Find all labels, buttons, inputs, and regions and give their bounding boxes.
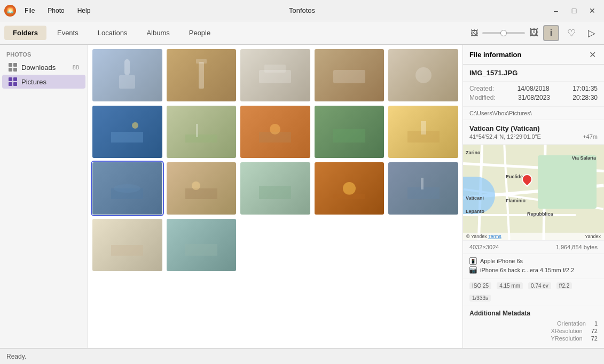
info-panel: File information ✕ IMG_1571.JPG Created:… bbox=[462, 45, 604, 348]
tab-locations[interactable]: Locations bbox=[89, 26, 136, 40]
svg-rect-8 bbox=[111, 132, 143, 143]
svg-rect-5 bbox=[264, 65, 286, 73]
svg-point-22 bbox=[343, 182, 356, 195]
camera-icon: 📷 bbox=[469, 266, 477, 274]
exif-shutter: 1/333s bbox=[469, 295, 491, 302]
close-button[interactable]: ✕ bbox=[585, 4, 600, 17]
tab-events[interactable]: Events bbox=[49, 26, 87, 40]
photo-item[interactable] bbox=[388, 106, 458, 158]
info-location: Vatican City (Vatican) 41°54'52.4"N, 12°… bbox=[463, 120, 604, 145]
info-meta: Created: 14/08/2018 17:01:35 Modified: 3… bbox=[463, 82, 604, 107]
svg-point-18 bbox=[114, 184, 140, 193]
svg-rect-14 bbox=[333, 129, 365, 143]
photo-item[interactable] bbox=[240, 49, 310, 101]
status-text: Ready. bbox=[6, 353, 26, 360]
photo-area[interactable] bbox=[88, 45, 462, 348]
photo-item[interactable] bbox=[167, 219, 237, 271]
zoom-thumb bbox=[500, 30, 507, 36]
modified-row: Modified: 31/08/2023 20:28:30 bbox=[469, 94, 598, 101]
photo-item[interactable] bbox=[315, 49, 385, 101]
device-info: 📱 Apple iPhone 6s 📷 iPhone 6s back c...e… bbox=[463, 254, 604, 279]
photo-item[interactable] bbox=[315, 162, 385, 215]
main-content: Photos Downloads 88 Pictures bbox=[0, 45, 604, 348]
svg-rect-6 bbox=[333, 70, 365, 83]
photo-item[interactable] bbox=[167, 162, 237, 215]
svg-point-13 bbox=[270, 124, 280, 134]
meta-orientation-value: 1 bbox=[594, 320, 598, 327]
map-container[interactable]: Zarino Via Salaria Euclide Flaminio Repu… bbox=[463, 145, 604, 241]
sidebar-item-downloads[interactable]: Downloads 88 bbox=[2, 60, 85, 74]
created-time: 17:01:35 bbox=[572, 85, 598, 92]
additional-meta-title: Additional Metadata bbox=[469, 310, 598, 317]
photo-item[interactable] bbox=[315, 106, 385, 158]
exif-fstop: f/2.2 bbox=[556, 282, 572, 289]
pictures-icon bbox=[9, 77, 17, 86]
phone-icon: 📱 bbox=[469, 257, 477, 265]
svg-rect-2 bbox=[199, 62, 204, 89]
photo-item[interactable] bbox=[167, 106, 237, 158]
slideshow-button[interactable]: ▷ bbox=[584, 25, 600, 41]
menu-photo[interactable]: Photo bbox=[45, 6, 66, 15]
modified-time: 20:28:30 bbox=[572, 94, 598, 101]
menu-file[interactable]: File bbox=[22, 6, 37, 15]
svg-rect-16 bbox=[421, 121, 426, 134]
app-icon: 🌅 bbox=[4, 5, 16, 17]
zoom-max-icon: 🖼 bbox=[529, 27, 539, 38]
camera-name: iPhone 6s back c...era 4.15mm f/2.2 bbox=[480, 267, 574, 273]
svg-rect-11 bbox=[196, 124, 198, 137]
photo-item[interactable] bbox=[388, 162, 458, 215]
exif-focal-length: 4.15 mm bbox=[497, 282, 523, 289]
map-pin bbox=[522, 174, 530, 185]
photo-item-selected[interactable] bbox=[92, 162, 162, 215]
photo-item[interactable] bbox=[92, 106, 162, 158]
photo-item[interactable] bbox=[167, 49, 237, 101]
info-button[interactable]: i bbox=[543, 25, 559, 41]
camera-name-row: 📷 iPhone 6s back c...era 4.15mm f/2.2 bbox=[469, 266, 598, 274]
info-panel-header: File information ✕ bbox=[463, 45, 604, 65]
svg-rect-10 bbox=[185, 134, 217, 143]
window-controls: – □ ✕ bbox=[548, 4, 600, 17]
maximize-button[interactable]: □ bbox=[567, 4, 582, 17]
svg-point-9 bbox=[132, 122, 138, 129]
meta-yresolution: YResolution 72 bbox=[469, 335, 598, 342]
photo-item[interactable] bbox=[240, 106, 310, 158]
sidebar-section-photos: Photos bbox=[0, 49, 88, 60]
zoom-slider[interactable] bbox=[482, 32, 525, 34]
titlebar: 🌅 File Photo Help Tonfotos – □ ✕ bbox=[0, 0, 604, 21]
info-filename: IMG_1571.JPG bbox=[463, 65, 604, 82]
svg-rect-19 bbox=[185, 188, 217, 199]
meta-xresolution: XResolution 72 bbox=[469, 328, 598, 334]
sidebar: Photos Downloads 88 Pictures bbox=[0, 45, 88, 348]
favorites-button[interactable]: ♡ bbox=[563, 25, 579, 41]
tab-folders[interactable]: Folders bbox=[4, 26, 46, 40]
svg-rect-21 bbox=[259, 186, 291, 199]
created-date: 14/08/2018 bbox=[517, 85, 550, 92]
map-attribution: © Yandex Terms Yandex bbox=[463, 233, 604, 240]
meta-yresolution-value: 72 bbox=[591, 335, 598, 342]
tab-people[interactable]: People bbox=[181, 26, 219, 40]
sidebar-downloads-label: Downloads bbox=[21, 64, 56, 72]
additional-meta: Additional Metadata Orientation 1 XResol… bbox=[463, 305, 604, 347]
photo-item[interactable] bbox=[92, 49, 162, 101]
photo-item[interactable] bbox=[388, 49, 458, 101]
downloads-icon bbox=[9, 63, 17, 72]
info-close-button[interactable]: ✕ bbox=[587, 49, 598, 60]
sidebar-item-pictures[interactable]: Pictures bbox=[2, 75, 85, 89]
statusbar: Ready. bbox=[0, 348, 604, 364]
location-coords: 41°54'52.4"N, 12°29'01.0"E +47m bbox=[469, 133, 598, 140]
svg-rect-26 bbox=[111, 245, 143, 256]
svg-point-7 bbox=[415, 67, 432, 83]
menu-help[interactable]: Help bbox=[75, 6, 93, 15]
meta-orientation: Orientation 1 bbox=[469, 320, 598, 327]
exif-ev: 0.74 ev bbox=[528, 282, 551, 289]
created-row: Created: 14/08/2018 17:01:35 bbox=[469, 85, 598, 92]
device-name: Apple iPhone 6s bbox=[480, 258, 523, 264]
tab-albums[interactable]: Albums bbox=[138, 26, 178, 40]
minimize-button[interactable]: – bbox=[548, 4, 563, 17]
info-dimensions: 4032×3024 1,964,854 bytes bbox=[463, 241, 604, 254]
file-info-title: File information bbox=[469, 51, 522, 59]
photo-item[interactable] bbox=[92, 219, 162, 271]
created-label: Created: bbox=[469, 85, 494, 92]
titlebar-left: 🌅 File Photo Help bbox=[4, 5, 92, 17]
photo-item[interactable] bbox=[240, 162, 310, 215]
